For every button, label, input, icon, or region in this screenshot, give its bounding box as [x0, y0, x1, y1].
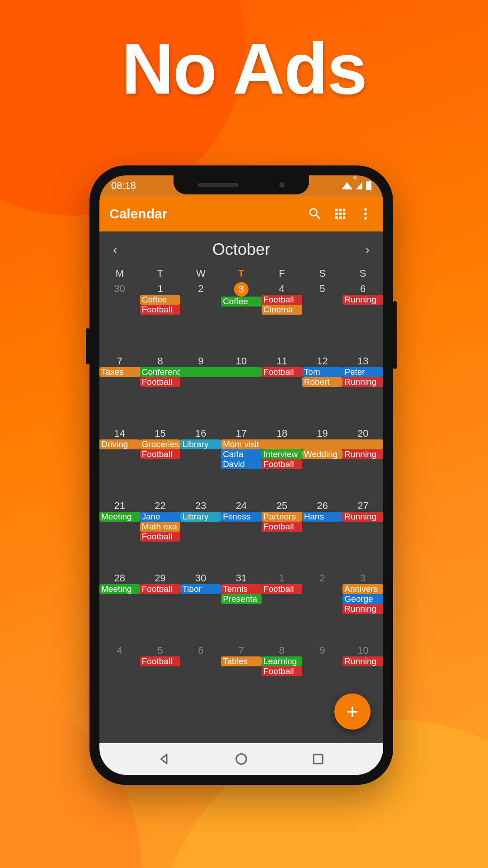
day-cell[interactable]: 30Tibor [180, 571, 221, 644]
event-chip[interactable]: Football [262, 666, 302, 676]
day-cell[interactable]: 19.Wedding [302, 427, 343, 499]
day-cell[interactable]: 8ConferenceFootball [140, 354, 181, 427]
day-cell[interactable]: 6 [180, 644, 221, 716]
day-cell[interactable]: 27Running [343, 499, 383, 571]
event-chip[interactable]: Coffee [221, 297, 262, 307]
event-chip[interactable]: Tennis [221, 584, 262, 594]
event-chip[interactable]: Running [343, 656, 383, 666]
day-cell[interactable]: 16Library [180, 427, 221, 499]
event-chip[interactable]: Running [343, 604, 383, 614]
event-chip[interactable]: Robert [302, 377, 343, 387]
event-chip[interactable]: Meeting [99, 512, 140, 522]
event-chip[interactable]: Cinema [262, 305, 302, 315]
event-chip[interactable]: Football [140, 584, 181, 594]
day-cell[interactable]: 10. [221, 354, 262, 427]
day-cell[interactable]: 31TennisPresenta [221, 571, 262, 644]
day-cell[interactable]: 17Mom visitCarlaDavid [221, 427, 262, 499]
day-cell[interactable]: 5Football [140, 644, 181, 716]
event-chip[interactable]: . [343, 439, 383, 449]
nav-home-icon[interactable] [235, 752, 248, 766]
event-chip[interactable]: Taxes [99, 367, 140, 377]
day-cell[interactable]: 4FootballCinema [262, 282, 302, 354]
event-chip[interactable]: Tom [302, 367, 343, 377]
event-chip[interactable]: Fitness [221, 512, 262, 522]
event-chip[interactable]: Groceries [140, 439, 181, 449]
event-chip[interactable]: George [343, 594, 383, 604]
event-chip[interactable]: Driving [99, 439, 140, 449]
event-chip[interactable]: Wedding [302, 449, 343, 459]
day-cell[interactable]: 21Meeting [99, 499, 140, 571]
view-grid-icon[interactable] [333, 206, 348, 222]
event-chip[interactable]: Running [343, 512, 383, 522]
day-cell[interactable]: 22JaneMath exaFootball [140, 499, 181, 571]
next-month-button[interactable]: › [365, 242, 370, 257]
event-chip[interactable]: Tibor [180, 584, 221, 594]
event-chip[interactable]: Football [262, 584, 302, 594]
day-cell[interactable]: 5 [302, 282, 343, 354]
event-chip[interactable]: . [221, 367, 262, 377]
day-cell[interactable]: 1Football [262, 571, 302, 644]
day-cell[interactable]: 28Meeting [99, 571, 140, 644]
day-cell[interactable]: 23Library [180, 499, 221, 571]
day-cell[interactable]: 1CoffeeFootball [140, 282, 181, 354]
event-chip[interactable]: Learning [262, 656, 302, 666]
event-chip[interactable]: David [221, 459, 262, 469]
nav-back-icon[interactable] [158, 752, 171, 766]
event-chip[interactable]: Tables [221, 656, 262, 666]
event-chip[interactable]: Library [180, 439, 221, 449]
day-cell[interactable]: 2 [180, 282, 221, 354]
event-chip[interactable]: Football [262, 459, 302, 469]
day-cell[interactable]: 26Hans [302, 499, 343, 571]
event-chip[interactable]: Football [140, 449, 181, 459]
day-cell[interactable]: 18.InterviewFootball [262, 427, 302, 499]
day-cell[interactable]: 8LearningFootball [262, 644, 302, 716]
event-chip[interactable]: Football [140, 377, 181, 387]
day-cell[interactable]: 30 [99, 282, 140, 354]
day-cell[interactable]: 29Football [140, 571, 181, 644]
event-chip[interactable]: Coffee [140, 295, 181, 305]
event-chip[interactable]: Football [262, 522, 302, 532]
day-cell[interactable]: 7Tables [221, 644, 262, 716]
event-chip[interactable]: Math exa [140, 522, 181, 532]
event-chip[interactable]: Running [343, 449, 383, 459]
event-chip[interactable]: Football [140, 532, 181, 542]
day-cell[interactable]: 14Driving [99, 427, 140, 499]
event-chip[interactable]: Football [140, 656, 181, 666]
event-chip[interactable]: Annivers [343, 584, 383, 594]
day-cell[interactable]: 24Fitness [221, 499, 262, 571]
day-cell[interactable]: 3AnniversGeorgeRunning [343, 571, 383, 644]
event-chip[interactable]: . [302, 439, 343, 449]
day-cell[interactable]: 9. [180, 354, 221, 427]
event-chip[interactable]: Hans [302, 512, 343, 522]
month-name[interactable]: October [212, 240, 270, 259]
day-cell[interactable]: 2 [302, 571, 343, 644]
event-chip[interactable]: Football [140, 305, 181, 315]
event-chip[interactable]: Partners [262, 512, 302, 522]
day-cell[interactable]: 11Football [262, 354, 302, 427]
overflow-menu-icon[interactable] [358, 206, 373, 222]
event-chip[interactable]: Carla [221, 449, 262, 459]
event-chip[interactable]: Football [262, 367, 302, 377]
event-chip[interactable]: Library [180, 512, 221, 522]
event-chip[interactable]: . [262, 439, 302, 449]
event-chip[interactable]: Conference [140, 367, 181, 377]
day-cell[interactable]: 3Coffee [221, 282, 262, 354]
prev-month-button[interactable]: ‹ [113, 242, 117, 257]
event-chip[interactable]: Running [343, 377, 383, 387]
event-chip[interactable]: Jane [140, 512, 181, 522]
event-chip[interactable]: Meeting [99, 584, 140, 594]
day-cell[interactable]: 6Running [343, 282, 383, 354]
day-cell[interactable]: 20.Running [343, 427, 383, 499]
day-cell[interactable]: 4 [99, 644, 140, 716]
event-chip[interactable]: . [180, 367, 221, 377]
add-event-fab[interactable]: + [334, 693, 371, 730]
nav-recent-icon[interactable] [311, 752, 325, 766]
day-cell[interactable]: 12TomRobert [302, 354, 343, 427]
day-cell[interactable]: 25PartnersFootball [262, 499, 302, 571]
day-cell[interactable]: 13PeterRunning [343, 354, 383, 427]
search-icon[interactable] [307, 206, 323, 222]
event-chip[interactable]: Presenta [221, 594, 262, 604]
day-cell[interactable]: 15GroceriesFootball [140, 427, 181, 499]
event-chip[interactable]: Peter [343, 367, 383, 377]
event-chip[interactable]: Running [343, 295, 383, 305]
